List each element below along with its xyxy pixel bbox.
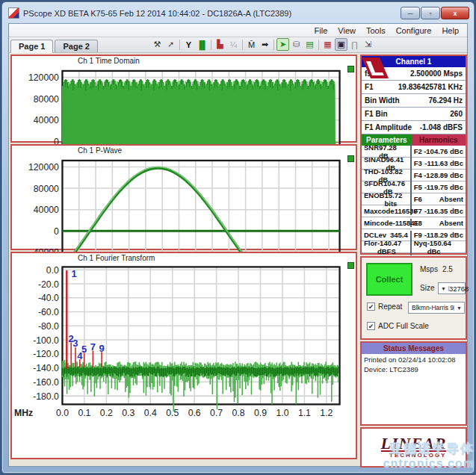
average-icon[interactable]: M̄ bbox=[245, 38, 258, 51]
menu-item-tools[interactable]: Tools bbox=[361, 25, 391, 36]
channel-info-row: F1 Amplitude-1.048 dBFS bbox=[362, 121, 466, 134]
harmonic-cell: F5-119.75 dBc bbox=[412, 183, 466, 191]
svg-text:0.6: 0.6 bbox=[188, 408, 201, 418]
harmonic-label: F8 bbox=[414, 219, 422, 227]
parameter-value: -140.47 dBFS bbox=[377, 239, 408, 255]
channel-info-label: Bin Width bbox=[365, 96, 400, 105]
p-wave-panel: Ch 1 P-Wave 12000080000400000-40000-8000… bbox=[10, 144, 357, 250]
title-bar[interactable]: PScope XD BETA K75-65 Feb 12 2014 10:44:… bbox=[2, 2, 474, 22]
chevron-down-icon[interactable]: ▼ bbox=[454, 305, 464, 311]
harmonic-value: -116.35 dBc bbox=[424, 207, 463, 215]
parameter-cell: Flor-140.47 dBFS bbox=[362, 239, 412, 255]
close-button[interactable]: x bbox=[441, 7, 469, 19]
harmonic-cell: F6Absent bbox=[412, 195, 466, 203]
svg-text:0.0: 0.0 bbox=[56, 408, 69, 418]
maximize-button[interactable]: ▫ bbox=[421, 7, 440, 19]
menu-item-view[interactable]: View bbox=[333, 25, 361, 36]
svg-text:MHz: MHz bbox=[14, 408, 33, 418]
toolbar-separator bbox=[211, 40, 211, 50]
display-icon[interactable]: ▣ bbox=[335, 38, 347, 51]
harmonic-marker-3: 3 bbox=[72, 338, 78, 349]
svg-text:-20.0: -20.0 bbox=[38, 279, 59, 290]
grid-icon[interactable]: ▦ bbox=[321, 38, 334, 51]
param-harmonic-row: Mincode-115841F8Absent bbox=[362, 217, 466, 229]
channel-info-label: F1 bbox=[365, 83, 374, 91]
repeat-checkbox[interactable]: ✔ Repeat bbox=[367, 302, 402, 311]
tools-icon[interactable]: ⚒ bbox=[151, 38, 164, 51]
param-harmonic-row: ENOB15.72 bitsF6Absent bbox=[362, 193, 466, 205]
export-icon[interactable]: ⇲ bbox=[362, 38, 374, 51]
svg-text:0.9: 0.9 bbox=[254, 408, 267, 418]
toolbar-separator bbox=[242, 40, 243, 50]
window-function-combo[interactable]: Blkmn-Harris 92dB ▼ bbox=[408, 302, 465, 314]
channel-info-label: F1 Bin bbox=[365, 110, 388, 118]
fourier-title: Ch 1 Fourier Transform bbox=[78, 254, 155, 262]
harmonic-marker-7: 7 bbox=[90, 341, 96, 353]
harmonic-marker-5: 5 bbox=[81, 344, 87, 355]
time-domain-panel: Ch 1 Time Domain 12000080000400000-40000… bbox=[10, 55, 357, 143]
svg-text:1.0: 1.0 bbox=[276, 408, 288, 418]
repeat-label: Repeat bbox=[378, 302, 402, 311]
svg-text:-160.0: -160.0 bbox=[33, 377, 59, 388]
msps-value[interactable]: 2.5 bbox=[442, 265, 453, 273]
svg-text:0.4: 0.4 bbox=[144, 408, 157, 418]
notes-icon[interactable]: ▤ bbox=[303, 38, 316, 51]
svg-text:0.0: 0.0 bbox=[46, 265, 59, 276]
harmonic-label: F9 bbox=[414, 231, 422, 239]
svg-text:-100.0: -100.0 bbox=[33, 335, 59, 346]
filter-icon[interactable]: ∏ bbox=[348, 38, 361, 51]
toolbar: ⚒➚Y▐▌▙¼M̄➡➤⛁▤▦▣∏⇲ bbox=[151, 38, 374, 51]
size-combo[interactable]: ▼ 32768 bbox=[438, 282, 466, 294]
fourier-plot[interactable]: 0.0-20.0-40.0-60.0-80.0-100.0-120.0-140.… bbox=[12, 253, 356, 425]
svg-text:0.3: 0.3 bbox=[122, 408, 135, 418]
status-body: Printed on 02/24/14 10:02:08Device: LTC2… bbox=[362, 354, 466, 424]
harmonic-label: F3 bbox=[414, 159, 422, 167]
collect-button[interactable]: Collect bbox=[366, 263, 412, 296]
continuous-average-icon[interactable]: ➡ bbox=[259, 38, 271, 51]
parameter-cell: Maxcode116530 bbox=[362, 207, 412, 215]
tab-page-1[interactable]: Page 1 bbox=[10, 40, 53, 53]
harmonic-label: F2 bbox=[414, 147, 422, 155]
harmonic-value: -111.63 dBc bbox=[424, 159, 463, 167]
client-area: FileViewToolsConfigureHelp Page 1Page 2 … bbox=[8, 23, 468, 467]
tab-page-2[interactable]: Page 2 bbox=[55, 40, 97, 52]
parameter-value: 15.72 bits bbox=[384, 191, 407, 208]
size-label: Size bbox=[420, 284, 434, 292]
checkbox-check-icon[interactable]: ✔ bbox=[367, 302, 375, 311]
adc-full-scale-checkbox[interactable]: ✔ ADC Full Scale bbox=[367, 322, 429, 330]
status-header: Status Messages bbox=[362, 343, 466, 354]
chevron-down-icon[interactable]: ▼ bbox=[439, 286, 449, 291]
checkbox-check-icon[interactable]: ✔ bbox=[367, 322, 375, 330]
svg-text:40000: 40000 bbox=[34, 205, 59, 215]
samples-icon[interactable]: ⛁ bbox=[290, 38, 303, 51]
harmonic-value: Absent bbox=[439, 219, 463, 227]
menu-item-configure[interactable]: Configure bbox=[391, 25, 437, 36]
status-line: Printed on 02/24/14 10:02:08 bbox=[364, 356, 463, 365]
harmonic-cell: F8Absent bbox=[412, 219, 466, 227]
svg-text:-180.0: -180.0 bbox=[33, 391, 59, 402]
channel-info-box: Channel 1 fs2.500000 MspsF119.836425781 … bbox=[360, 55, 467, 255]
harmonic-value: -150.64 dBc bbox=[427, 239, 463, 255]
svg-text:80000: 80000 bbox=[34, 184, 59, 194]
svg-text:120000: 120000 bbox=[28, 162, 59, 173]
minimize-button[interactable]: ─ bbox=[401, 7, 420, 19]
percent-icon[interactable]: ¼ bbox=[227, 38, 240, 51]
menu-bar: FileViewToolsConfigureHelp bbox=[9, 24, 467, 37]
probe-arrow-icon[interactable]: ➚ bbox=[164, 38, 177, 51]
collect-pointer-icon[interactable]: ➤ bbox=[276, 38, 289, 51]
menu-item-file[interactable]: File bbox=[309, 25, 333, 36]
toolbar-separator bbox=[179, 40, 180, 50]
histogram-icon[interactable]: ▙ bbox=[214, 38, 226, 51]
y-scale-icon[interactable]: Y bbox=[182, 38, 195, 51]
parameter-label: ENOB bbox=[364, 191, 384, 208]
channel-info-value: 260 bbox=[450, 110, 463, 118]
green-bars-icon[interactable]: ▐▌ bbox=[196, 38, 208, 51]
logo-line2: TECHNOLOGY bbox=[381, 452, 447, 459]
channel-legend-icon bbox=[347, 262, 354, 269]
parameter-cell: ENOB15.72 bits bbox=[362, 191, 412, 208]
parameter-cell: Mincode-115841 bbox=[362, 219, 412, 227]
svg-text:-40.0: -40.0 bbox=[38, 293, 59, 303]
menu-item-help[interactable]: Help bbox=[436, 25, 464, 36]
tab-row: Page 1Page 2 ⚒➚Y▐▌▙¼M̄➡➤⛁▤▦▣∏⇲ bbox=[9, 37, 467, 53]
right-panel: Channel 1 fs2.500000 MspsF119.836425781 … bbox=[360, 55, 467, 468]
